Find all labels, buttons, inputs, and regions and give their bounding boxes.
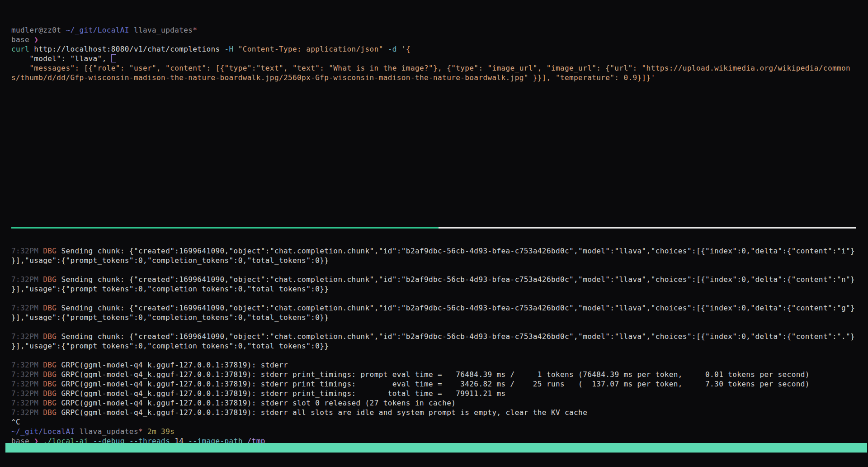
separator-line-left [11, 227, 439, 229]
terminal-text-segment: DBG [43, 399, 61, 407]
terminal-text-segment: '{ [401, 45, 410, 53]
terminal-text-segment: GRPC(ggml-model-q4_k.gguf-127.0.0.1:3781… [61, 361, 288, 369]
terminal-line: }],"usage":{"prompt_tokens":0,"completio… [11, 256, 868, 265]
terminal-text-segment: }],"usage":{"prompt_tokens":0,"completio… [11, 313, 329, 322]
terminal-text-segment: GRPC(ggml-model-q4_k.gguf-127.0.0.1:3781… [61, 399, 456, 407]
terminal-text-segment: llava_updates [129, 26, 193, 34]
terminal-text-segment: DBG [43, 389, 61, 398]
terminal-text-segment: GRPC(ggml-model-q4_k.gguf-127.0.0.1:3781… [61, 389, 505, 398]
terminal-text-segment: 7:32PM [11, 304, 43, 312]
terminal-text-segment: GRPC(ggml-model-q4_k.gguf-127.0.0.1:3781… [61, 380, 809, 388]
terminal-text-segment: GRPC(ggml-model-q4_k.gguf-127.0.0.1:3781… [61, 408, 587, 417]
terminal-text-segment: }],"usage":{"prompt_tokens":0,"completio… [11, 285, 329, 293]
terminal-text-segment: ^C [11, 418, 20, 426]
terminal-line: 7:32PM DBG GRPC(ggml-model-q4_k.gguf-127… [11, 360, 868, 370]
terminal-text-segment: llava_updates [75, 427, 138, 436]
terminal-text-segment: 7:32PM [11, 389, 43, 398]
terminal-line: s/thumb/d/dd/Gfp-wisconsin-madison-the-n… [11, 73, 868, 82]
terminal-line: ~/_git/LocalAI llava_updates* 2m 39s [11, 427, 868, 436]
terminal-text-segment: DBG [43, 380, 61, 388]
terminal-text-segment: 7:32PM [11, 370, 43, 379]
terminal-text-segment: DBG [43, 304, 61, 312]
terminal-line [11, 294, 868, 303]
terminal-text-segment: Sending chunk: {"created":1699641090,"ob… [61, 332, 855, 341]
terminal-text-segment: Sending chunk: {"created":1699641090,"ob… [61, 247, 855, 255]
terminal-text-segment: 7:32PM [11, 399, 43, 407]
terminal-text-segment: Sending chunk: {"created":1699641090,"ob… [61, 304, 855, 312]
terminal-text-segment: "messages": [{"role": "user", "content":… [11, 64, 850, 72]
terminal-text-segment: * [193, 26, 197, 34]
terminal-text-segment: curl [11, 45, 34, 53]
terminal-line: mudler@zz0t ~/_git/LocalAI llava_updates… [11, 25, 868, 35]
terminal-line: 7:32PM DBG GRPC(ggml-model-q4_k.gguf-127… [11, 398, 868, 408]
terminal-line: 7:32PM DBG Sending chunk: {"created":169… [11, 303, 868, 313]
terminal-text-segment: * [138, 427, 143, 436]
terminal-text-segment: 7:32PM [11, 408, 43, 417]
terminal-output-top: mudler@zz0t ~/_git/LocalAI llava_updates… [11, 25, 868, 82]
terminal-line [11, 265, 868, 275]
terminal-window: mudler@zz0t ~/_git/LocalAI llava_updates… [0, 0, 868, 467]
terminal-text-segment: DBG [43, 408, 61, 417]
terminal-line: 7:32PM DBG GRPC(ggml-model-q4_k.gguf-127… [11, 389, 868, 398]
terminal-text-segment: GRPC(ggml-model-q4_k.gguf-127.0.0.1:3781… [61, 370, 809, 379]
terminal-text-segment: DBG [43, 275, 61, 284]
terminal-line: 7:32PM DBG Sending chunk: {"created":169… [11, 275, 868, 284]
terminal-line: base ❯ [11, 35, 868, 44]
tmux-status-bar[interactable]: [0] <0:zsh 21:zsh 22:zsh 23:zsh 24:zsh 2… [5, 443, 867, 453]
terminal-text-segment: http://localhost:8080/v1/chat/completion… [34, 45, 224, 53]
terminal-text-segment: DBG [43, 361, 61, 369]
terminal-line: curl http://localhost:8080/v1/chat/compl… [11, 44, 868, 54]
terminal-cursor [111, 54, 116, 62]
separator-line-right [439, 227, 856, 229]
terminal-output-log: 7:32PM DBG Sending chunk: {"created":169… [11, 246, 868, 446]
terminal-text-segment: ❯ [34, 35, 38, 44]
terminal-text-segment: 7:32PM [11, 275, 43, 284]
terminal-text-segment: 7:32PM [11, 361, 43, 369]
terminal-line: }],"usage":{"prompt_tokens":0,"completio… [11, 341, 868, 351]
terminal-text-segment: -d [388, 45, 401, 53]
terminal-line: }],"usage":{"prompt_tokens":0,"completio… [11, 284, 868, 294]
terminal-text-segment: }],"usage":{"prompt_tokens":0,"completio… [11, 256, 329, 265]
terminal-text-segment: 2m 39s [143, 427, 175, 436]
terminal-line: "messages": [{"role": "user", "content":… [11, 63, 868, 73]
terminal-text-segment: }],"usage":{"prompt_tokens":0,"completio… [11, 342, 329, 350]
terminal-text-segment: "model": "llava", [11, 54, 111, 63]
terminal-text-segment: 7:32PM [11, 332, 43, 341]
terminal-line: 7:32PM DBG GRPC(ggml-model-q4_k.gguf-127… [11, 408, 868, 417]
terminal-text-segment: DBG [43, 332, 61, 341]
terminal-line: 7:32PM DBG Sending chunk: {"created":169… [11, 332, 868, 341]
terminal-text-segment: base [11, 35, 34, 44]
terminal-line: 7:32PM DBG Sending chunk: {"created":169… [11, 246, 868, 256]
terminal-text-segment: DBG [43, 370, 61, 379]
terminal-line: }],"usage":{"prompt_tokens":0,"completio… [11, 313, 868, 322]
terminal-text-segment: s/thumb/d/dd/Gfp-wisconsin-madison-the-n… [11, 73, 656, 82]
terminal-text-segment: Sending chunk: {"created":1699641090,"ob… [61, 275, 855, 284]
terminal-text-segment: mudler@zz0t [11, 26, 66, 34]
terminal-line: "model": "llava", [11, 54, 868, 63]
terminal-text-segment: ~/_git/LocalAI [66, 26, 129, 34]
terminal-line: 7:32PM DBG GRPC(ggml-model-q4_k.gguf-127… [11, 370, 868, 379]
terminal-line: ^C [11, 417, 868, 427]
terminal-line [11, 322, 868, 332]
terminal-line: 7:32PM DBG GRPC(ggml-model-q4_k.gguf-127… [11, 379, 868, 389]
terminal-text-segment: 7:32PM [11, 247, 43, 255]
terminal-line [11, 351, 868, 360]
terminal-text-segment: "Content-Type: application/json" [238, 45, 388, 53]
terminal-text-segment: DBG [43, 247, 61, 255]
terminal-text-segment: -H [225, 45, 238, 53]
terminal-text-segment: 7:32PM [11, 380, 43, 388]
terminal-text-segment: ~/_git/LocalAI [11, 427, 75, 436]
